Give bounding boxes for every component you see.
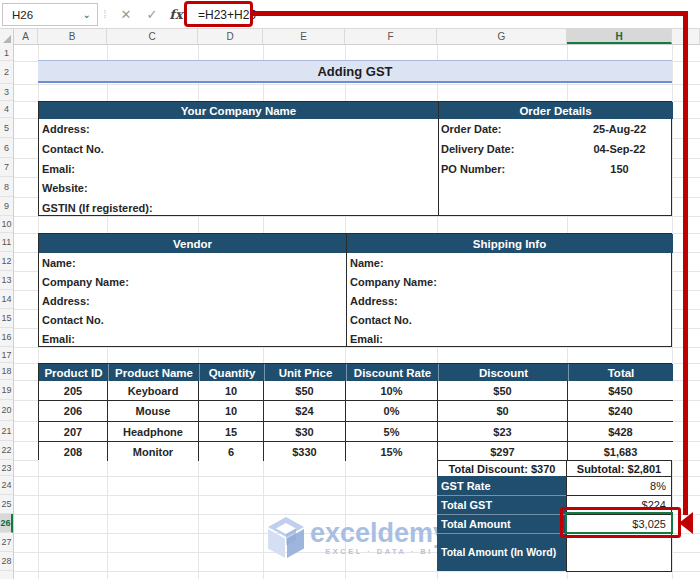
column-header-d[interactable]: D [198,29,263,44]
row-header-18[interactable]: 18 [0,363,13,380]
row-header-7[interactable]: 7 [0,158,13,177]
product-cell[interactable]: Headphone [108,422,199,442]
row-header-8[interactable]: 8 [0,177,13,197]
product-cell[interactable]: $1,683 [568,442,673,461]
row-header-27[interactable]: 27 [0,533,13,552]
product-cell[interactable]: $330 [264,442,346,461]
column-header-b[interactable]: B [38,29,107,44]
row-header-1[interactable]: 1 [0,45,13,61]
product-cell[interactable]: $50 [438,381,568,401]
vendor-field-cell[interactable]: Name: [42,253,342,272]
shipping-header-cell[interactable]: Shipping Info [346,234,673,253]
company-header-cell[interactable]: Your Company Name [39,102,438,119]
row-header-6[interactable]: 6 [0,138,13,158]
row-header-4[interactable]: 4 [0,101,13,118]
row-header-10[interactable]: 10 [0,216,13,233]
formula-enter-icon[interactable]: ✓ [140,3,164,26]
column-header-c[interactable]: C [107,29,198,44]
total-amount-in-word-value-cell[interactable] [566,533,672,572]
row-header-21[interactable]: 21 [0,421,13,441]
row-header-15[interactable]: 15 [0,309,13,328]
product-cell[interactable]: $297 [438,442,568,461]
name-box[interactable]: H26 ⌄ [2,3,98,26]
order-label-cell[interactable]: Order Date: [441,123,568,135]
product-cell[interactable]: 10% [346,381,438,401]
company-field-cell[interactable]: Contact No. [42,139,435,159]
row-header-5[interactable]: 5 [0,118,13,138]
row-header-23[interactable]: 23 [0,460,13,476]
product-cell[interactable]: $24 [264,401,346,422]
vendor-header-cell[interactable]: Vendor [39,234,346,253]
row-header-19[interactable]: 19 [0,380,13,400]
order-label-cell[interactable]: PO Number: [441,163,568,175]
vendor-field-cell[interactable]: Contact No. [42,310,342,329]
product-cell[interactable]: 206 [39,401,108,422]
product-cell[interactable]: 10 [199,381,264,401]
gst-label-cell[interactable]: Total Amount [437,514,567,533]
shipping-field-cell[interactable]: Contact No. [350,310,668,329]
gst-label-cell[interactable]: Total GST [437,495,567,514]
product-cell[interactable]: 15% [346,442,438,461]
product-col-header-cell[interactable]: Total [568,364,673,381]
subtotal-cell[interactable]: Subtotal: $2,801 [566,460,672,477]
row-header-3[interactable]: 3 [0,84,13,101]
order-details-header-cell[interactable]: Order Details [438,102,673,119]
product-cell[interactable]: 5% [346,422,438,442]
product-cell[interactable]: 10 [199,401,264,422]
order-value-cell[interactable]: 25-Aug-22 [568,123,671,135]
row-header-2[interactable]: 2 [0,61,13,84]
row-header-14[interactable]: 14 [0,290,13,309]
product-col-header-cell[interactable]: Discount Rate [346,364,438,381]
row-header-9[interactable]: 9 [0,197,13,216]
company-field-cell[interactable]: GSTIN (If registered): [42,198,435,217]
total-amount-in-word-label-cell[interactable]: Total Amount (In Word) [437,533,567,571]
product-col-header-cell[interactable]: Unit Price [264,364,346,381]
shipping-field-cell[interactable]: Company Name: [350,272,668,291]
product-cell[interactable]: $240 [568,401,673,422]
product-cell[interactable]: Mouse [108,401,199,422]
product-cell[interactable]: 6 [199,442,264,461]
gst-value-cell[interactable]: 8% [566,476,672,496]
product-col-header-cell[interactable]: Product Name [108,364,199,381]
row-header-11[interactable]: 11 [0,233,13,252]
product-cell[interactable]: $0 [438,401,568,422]
order-label-cell[interactable]: Delivery Date: [441,143,568,155]
row-header-16[interactable]: 16 [0,328,13,347]
gst-label-cell[interactable]: GST Rate [437,476,567,495]
chevron-down-icon[interactable]: ⌄ [83,9,91,20]
product-cell[interactable]: 208 [39,442,108,461]
sheet-title-cell[interactable]: Adding GST [38,60,672,83]
row-header-28[interactable]: 28 [0,552,13,571]
shipping-field-cell[interactable]: Address: [350,291,668,310]
product-cell[interactable]: 207 [39,422,108,442]
product-cell[interactable]: 15 [199,422,264,442]
column-header-a[interactable]: A [14,29,38,44]
row-header-12[interactable]: 12 [0,252,13,271]
vendor-field-cell[interactable]: Company Name: [42,272,342,291]
shipping-field-cell[interactable]: Name: [350,253,668,272]
product-cell[interactable]: Keyboard [108,381,199,401]
product-cell[interactable]: $50 [264,381,346,401]
product-cell[interactable]: $23 [438,422,568,442]
column-header-g[interactable]: G [437,29,567,44]
shipping-field-cell[interactable]: Emali: [350,329,668,348]
row-header-24[interactable]: 24 [0,476,13,495]
column-header-h[interactable]: H [567,29,672,44]
order-value-cell[interactable]: 04-Sep-22 [568,143,671,155]
product-cell[interactable]: $30 [264,422,346,442]
product-col-header-cell[interactable]: Product ID [39,364,108,381]
row-header-20[interactable]: 20 [0,400,13,421]
product-cell[interactable]: $450 [568,381,673,401]
product-cell[interactable]: Monitor [108,442,199,461]
vendor-field-cell[interactable]: Address: [42,291,342,310]
order-value-cell[interactable]: 150 [568,163,671,175]
product-col-header-cell[interactable]: Discount [438,364,568,381]
vendor-field-cell[interactable]: Emali: [42,329,342,348]
formula-cancel-icon[interactable]: ✕ [114,3,138,26]
company-field-cell[interactable]: Website: [42,178,435,198]
product-col-header-cell[interactable]: Quantity [199,364,264,381]
product-cell[interactable]: $428 [568,422,673,442]
product-cell[interactable]: 0% [346,401,438,422]
row-header-17[interactable]: 17 [0,347,13,363]
column-header-f[interactable]: F [345,29,437,44]
